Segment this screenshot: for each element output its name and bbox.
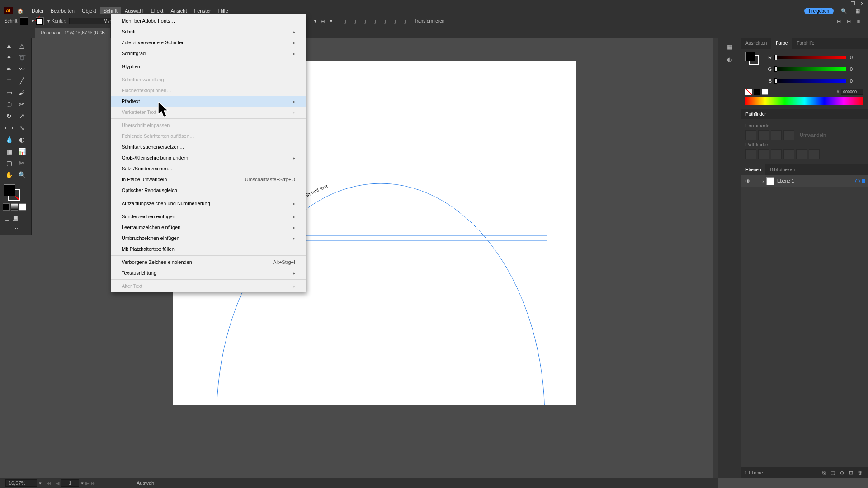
selection-tool-icon[interactable]: ▲ (3, 40, 15, 52)
black-swatch-icon[interactable] (754, 89, 760, 95)
zoom-field[interactable]: 16,67% (5, 479, 37, 487)
pf-merge-icon[interactable] (771, 149, 782, 159)
menu-create-outlines[interactable]: In Pfade umwandelnUmschalttaste+Strg+O (111, 174, 306, 185)
menu-glyphs[interactable]: Glyphen (111, 61, 306, 72)
listnum-dd-icon[interactable]: ▾ (314, 19, 316, 23)
align-obj-icon[interactable]: ▯ (340, 17, 349, 26)
r-slider[interactable] (774, 56, 846, 59)
strip-icon-1[interactable]: ▦ (724, 42, 735, 52)
align-obj6-icon[interactable]: ▯ (390, 17, 399, 26)
width-tool-icon[interactable]: ⟷ (3, 122, 15, 134)
align-obj7-icon[interactable]: ▯ (400, 17, 409, 26)
eyedropper-tool-icon[interactable]: 💧 (3, 134, 15, 145)
brush-tool-icon[interactable]: 🖌 (15, 87, 28, 99)
screen-mode-icon[interactable]: ▢ (3, 213, 11, 221)
direct-selection-tool-icon[interactable]: △ (15, 40, 28, 52)
wand-tool-icon[interactable]: ✦ (3, 52, 15, 63)
page-field[interactable]: 1 (61, 479, 79, 487)
slice-tool-icon[interactable]: ✄ (15, 157, 28, 169)
tab-ebenen[interactable]: Ebenen (741, 164, 765, 175)
g-value[interactable]: 0 (850, 66, 863, 72)
mesh-tool-icon[interactable]: ▦ (3, 145, 15, 157)
pathfinder-title[interactable]: Pathfinder (741, 109, 868, 119)
menu-ansicht[interactable]: Ansicht (167, 7, 190, 14)
target-icon[interactable] (855, 179, 860, 183)
menu-insert-whitespace[interactable]: Leerraumzeichen einfügen▸ (111, 222, 306, 233)
layer-thumbnail[interactable] (766, 177, 774, 185)
search-icon[interactable]: 🔍 (839, 7, 849, 14)
pf-crop-icon[interactable] (783, 149, 794, 159)
pf-minusback-icon[interactable] (809, 149, 820, 159)
r-value[interactable]: 0 (850, 55, 863, 60)
nav-prev-icon[interactable]: ⏮ (46, 480, 51, 486)
stroke-swatch[interactable] (36, 17, 44, 25)
menu-fenster[interactable]: Fenster (190, 7, 214, 14)
tab-farbe[interactable]: Farbe (771, 38, 792, 49)
menu-smart-punctuation[interactable]: Satz-/Sonderzeichen… (111, 163, 306, 174)
menu-recent-fonts[interactable]: Zuletzt verwendete Schriften▸ (111, 37, 306, 48)
zoom-tool-icon[interactable]: 🔍 (15, 169, 28, 181)
layer-footer-icon2[interactable]: ▢ (828, 470, 837, 476)
pf-trim-icon[interactable] (758, 149, 769, 159)
maximize-icon[interactable]: 🗖 (849, 0, 857, 7)
color-mode-gradient[interactable] (11, 203, 18, 211)
screen-mode2-icon[interactable]: ▣ (11, 213, 19, 221)
nav-prev2-icon[interactable]: ◀ (56, 480, 59, 486)
line-tool-icon[interactable]: ╱ (15, 75, 28, 87)
menu-optical-margin[interactable]: Optischer Randausgleich (111, 185, 306, 196)
effects-dd-icon[interactable]: ▾ (330, 19, 332, 23)
panel-fill-stroke[interactable] (745, 52, 762, 68)
pf-outline-icon[interactable] (796, 149, 807, 159)
opt-icon3[interactable]: ≡ (854, 17, 863, 26)
menu-more-fonts[interactable]: Mehr bei Adobe Fonts… (111, 15, 306, 26)
color-mode-solid[interactable] (3, 203, 10, 211)
stroke-dropdown-icon[interactable]: ▾ (47, 19, 50, 23)
tab-ausrichten[interactable]: Ausrichten (741, 38, 771, 49)
layer-footer-icon3[interactable]: ⊕ (837, 470, 846, 476)
zoom-dd-icon[interactable]: ▾ (39, 480, 42, 486)
pf-intersect-icon[interactable] (771, 130, 782, 140)
align-obj4-icon[interactable]: ▯ (370, 17, 379, 26)
scissors-tool-icon[interactable]: ✂ (15, 99, 28, 110)
scale-tool-icon[interactable]: ⤢ (15, 110, 28, 122)
page-dd-icon[interactable]: ▾ (81, 480, 84, 486)
menu-insert-break[interactable]: Umbruchzeichen einfügen▸ (111, 233, 306, 244)
minimize-icon[interactable]: — (840, 0, 848, 7)
home-icon[interactable]: 🏠 (16, 7, 24, 14)
pf-unite-icon[interactable] (745, 130, 756, 140)
menu-bearbeiten[interactable]: Bearbeiten (47, 7, 78, 14)
pf-divide-icon[interactable] (745, 149, 756, 159)
scrollbar-vertical[interactable] (713, 38, 718, 478)
nav-next2-icon[interactable]: ⏭ (91, 480, 96, 486)
hex-field[interactable]: 000000 (841, 89, 863, 95)
none-swatch-icon[interactable] (745, 89, 752, 95)
effects-icon[interactable]: ⊕ (319, 17, 328, 26)
menu-font-size[interactable]: Schriftgrad▸ (111, 48, 306, 59)
document-tab[interactable]: Unbenannt-1* @ 16,67 % (RGB (35, 28, 110, 38)
type-tool-icon[interactable]: T (3, 75, 15, 87)
menu-find-font[interactable]: Schriftart suchen/ersetzen… (111, 141, 306, 152)
gradient-tool-icon[interactable]: ◐ (15, 134, 28, 145)
menu-hidden-chars[interactable]: Verborgene Zeichen einblendenAlt+Strg+I (111, 257, 306, 267)
strip-icon-2[interactable]: ◐ (724, 54, 735, 65)
menu-path-text[interactable]: Pfadtext▸ (111, 96, 306, 107)
layer-footer-icon5[interactable]: 🗑 (855, 470, 864, 475)
fill-dropdown-icon[interactable]: ▾ (32, 19, 34, 23)
graph-tool-icon[interactable]: 📊 (15, 145, 28, 157)
layer-name[interactable]: Ebene 1 (777, 178, 855, 183)
tab-bibliotheken[interactable]: Bibliotheken (765, 164, 799, 175)
hand-tool-icon[interactable]: ✋ (3, 169, 15, 181)
visibility-icon[interactable]: 👁 (744, 178, 752, 184)
color-mode-none[interactable] (19, 203, 26, 211)
align-obj5-icon[interactable]: ▯ (380, 17, 389, 26)
align-obj3-icon[interactable]: ▯ (360, 17, 369, 26)
fill-color-icon[interactable] (4, 184, 15, 196)
menu-bullets-numbering[interactable]: Aufzählungszeichen und Nummerierung▸ (111, 198, 306, 209)
curvature-tool-icon[interactable]: 〰 (15, 63, 28, 75)
panel-fill-icon[interactable] (745, 52, 755, 61)
nav-next-icon[interactable]: ▶ (85, 480, 89, 486)
pf-minus-icon[interactable] (758, 130, 769, 140)
opt-icon1[interactable]: ⊞ (834, 17, 843, 26)
fill-stroke-control[interactable] (3, 183, 28, 202)
free-transform-tool-icon[interactable]: ⤡ (15, 122, 28, 134)
